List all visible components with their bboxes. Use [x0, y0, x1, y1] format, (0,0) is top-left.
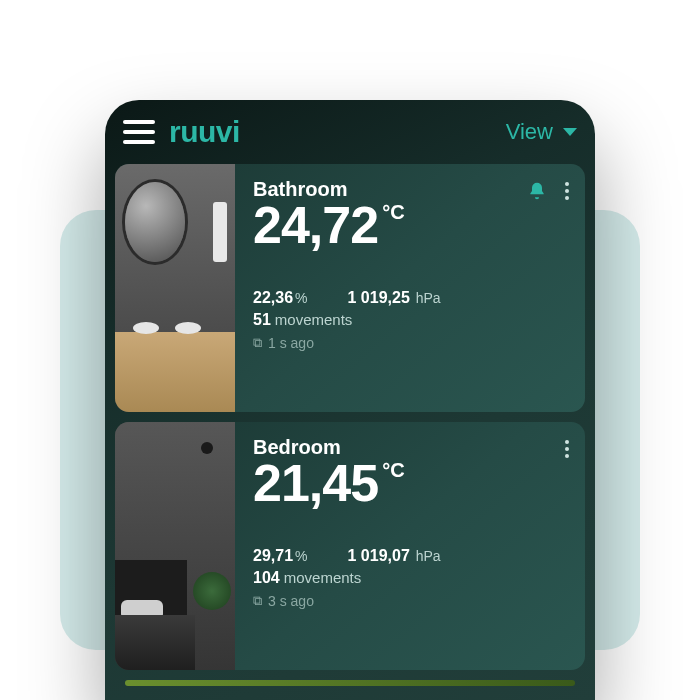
sensor-image	[115, 164, 235, 412]
sensor-card-peek[interactable]	[125, 680, 575, 686]
bluetooth-icon: ⧉	[253, 593, 262, 609]
bluetooth-icon: ⧉	[253, 335, 262, 351]
chevron-down-icon	[563, 128, 577, 136]
sensor-card[interactable]: Bathroom 24,72 °C 22,36% 1 019,25 hPa	[115, 164, 585, 412]
humidity-metric: 29,71%	[253, 547, 308, 565]
humidity-metric: 22,36%	[253, 289, 308, 307]
pressure-metric: 1 019,07 hPa	[348, 547, 441, 565]
bell-icon[interactable]	[527, 181, 547, 201]
last-seen: ⧉ 1 s ago	[253, 335, 571, 351]
temperature-value: 21,45	[253, 457, 378, 509]
view-dropdown[interactable]: View	[506, 119, 577, 145]
top-bar: ruuvi View	[105, 100, 595, 164]
view-label: View	[506, 119, 553, 145]
temperature-unit: °C	[382, 201, 404, 224]
sensor-card[interactable]: Bedroom 21,45 °C 29,71% 1 019,07 hPa	[115, 422, 585, 670]
last-seen: ⧉ 3 s ago	[253, 593, 571, 609]
movements-metric: 51movements	[253, 311, 571, 329]
movements-metric: 104movements	[253, 569, 571, 587]
phone-frame: ruuvi View	[105, 100, 595, 700]
sensor-image	[115, 422, 235, 670]
temperature-value: 24,72	[253, 199, 378, 251]
more-icon[interactable]	[561, 178, 573, 204]
temperature-unit: °C	[382, 459, 404, 482]
more-icon[interactable]	[561, 436, 573, 462]
menu-icon[interactable]	[123, 120, 155, 144]
pressure-metric: 1 019,25 hPa	[348, 289, 441, 307]
app-logo: ruuvi	[169, 115, 240, 149]
